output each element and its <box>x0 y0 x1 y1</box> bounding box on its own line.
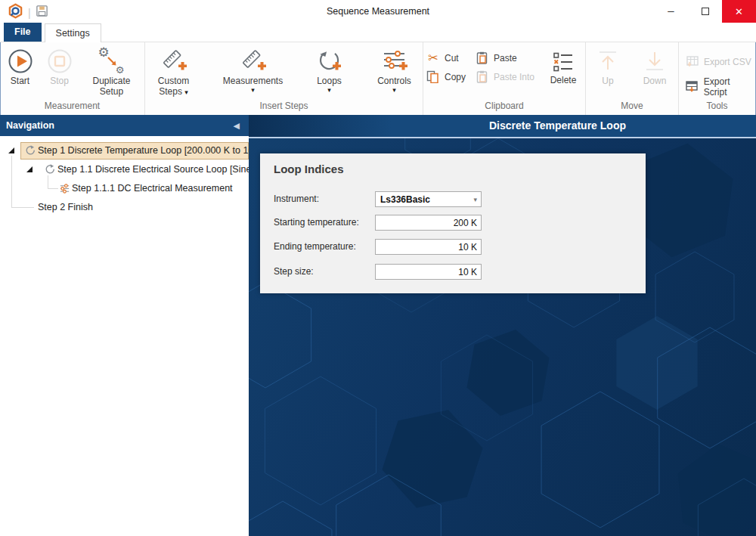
chevron-down-icon: ▾ <box>473 196 477 203</box>
controls-button[interactable]: Controls ▾ <box>370 46 420 94</box>
paste-into-label: Paste Into <box>494 72 534 82</box>
move-up-label: Up <box>602 76 613 87</box>
ribbon-group-move: Up Down Move <box>586 42 679 115</box>
tree-item-label: Step 1 Discrete Temperature Loop [200.00… <box>38 145 249 156</box>
expander-icon[interactable] <box>8 147 15 154</box>
step-size-input[interactable] <box>376 265 481 280</box>
export-csv-label: Export CSV <box>704 57 751 67</box>
starting-temperature-label: Starting temperature: <box>274 215 359 231</box>
tab-file[interactable]: File <box>4 23 42 42</box>
controls-label: Controls <box>377 76 411 87</box>
collapse-panel-icon[interactable]: ◀ <box>234 121 240 131</box>
arrow-down-icon <box>643 46 667 76</box>
sliders-plus-icon <box>382 46 407 76</box>
minimize-button[interactable]: – <box>654 0 688 23</box>
scissors-icon: ✂ <box>426 51 441 65</box>
export-csv-button: Export CSV <box>685 52 751 71</box>
duplicate-setup-button[interactable]: ⚙ ⚙ Duplicate Setup <box>82 46 141 98</box>
navigation-title: Navigation <box>6 120 54 131</box>
step-size-field-wrap <box>375 264 482 280</box>
measurement-step-icon <box>59 183 70 194</box>
starting-temperature-field-wrap <box>375 215 482 231</box>
loop-indices-card: Loop Indices Instrument: Ls336Basic ▾ St… <box>260 153 646 293</box>
paste-button[interactable]: Paste <box>475 48 534 67</box>
delete-icon <box>553 48 574 76</box>
loops-button[interactable]: Loops ▾ <box>308 46 352 94</box>
tree-row-step-1-1[interactable]: Step 1.1 Discrete Electrical Source Loop… <box>0 161 249 178</box>
app-window: | Sequence Measurement – ✕ File Settings <box>0 0 756 536</box>
maximize-button[interactable] <box>688 0 722 23</box>
tree-item-label: Step 1.1.1 DC Electrical Measurement <box>72 183 233 194</box>
tree-item-label: Step 2 Finish <box>38 202 93 212</box>
instrument-label: Instrument: <box>274 191 319 207</box>
tree-row-step-1[interactable]: Step 1 Discrete Temperature Loop [200.00… <box>0 142 249 160</box>
card-title: Loop Indices <box>274 163 344 175</box>
navigation-header: Navigation ◀ <box>0 115 249 136</box>
measurements-button[interactable]: Measurements ▾ <box>217 46 290 94</box>
start-button[interactable]: Start <box>4 46 37 87</box>
group-label-move: Move <box>586 100 678 115</box>
group-label-clipboard: Clipboard <box>423 100 585 115</box>
ribbon: Start Stop ⚙ ⚙ <box>0 42 756 115</box>
ribbon-group-tools: Export CSV Export Script Tools <box>679 42 755 115</box>
ribbon-group-clipboard: ✂ Cut Copy <box>423 42 586 115</box>
move-up-button: Up <box>591 46 624 87</box>
chevron-down-icon: ▾ <box>184 88 188 96</box>
ribbon-tab-strip: File Settings <box>0 23 756 42</box>
paste-into-icon <box>475 70 490 83</box>
navigation-panel: Navigation ◀ <box>0 115 249 536</box>
expander-icon[interactable] <box>26 166 33 173</box>
tree-row-step-2[interactable]: Step 2 Finish <box>0 199 249 216</box>
paste-into-button: Paste Into <box>475 67 534 86</box>
window-title: Sequence Measurement <box>0 0 756 23</box>
loop-step-icon <box>44 164 55 175</box>
tree-item-label: Step 1.1 Discrete Electrical Source Loop… <box>57 164 249 175</box>
custom-steps-button[interactable]: Custom Steps ▾ <box>149 46 199 98</box>
chevron-down-icon: ▾ <box>327 87 331 94</box>
arrow-icon <box>106 55 119 69</box>
close-button[interactable]: ✕ <box>722 0 756 23</box>
loops-label: Loops <box>317 76 342 87</box>
arrow-up-icon <box>596 46 620 76</box>
group-label-insert-steps: Insert Steps <box>145 100 423 115</box>
main-panel: Discrete Temperature Loop <box>249 115 756 536</box>
tab-settings[interactable]: Settings <box>45 23 101 42</box>
instrument-dropdown[interactable]: Ls336Basic ▾ <box>375 191 482 207</box>
maximize-icon <box>702 8 709 15</box>
export-script-button[interactable]: Export Script <box>685 77 755 96</box>
tree-row-step-1-1-1[interactable]: Step 1.1.1 DC Electrical Measurement <box>0 180 249 197</box>
move-down-button: Down <box>637 46 673 87</box>
ruler-plus-icon <box>240 46 266 76</box>
chevron-down-icon: ▾ <box>392 87 396 94</box>
export-csv-icon <box>685 56 700 67</box>
move-down-label: Down <box>643 76 667 87</box>
loop-plus-icon <box>317 46 342 76</box>
title-bar: | Sequence Measurement – ✕ <box>0 0 756 23</box>
loop-step-icon <box>24 145 36 156</box>
paste-icon <box>475 51 490 64</box>
export-script-icon <box>685 81 700 92</box>
ending-temperature-field-wrap <box>375 239 482 255</box>
cut-label: Cut <box>445 53 459 64</box>
export-script-label: Export Script <box>704 76 755 98</box>
measurements-label: Measurements <box>223 76 283 87</box>
ribbon-group-measurement: Start Stop ⚙ ⚙ <box>0 42 145 115</box>
navigation-tree: Step 1 Discrete Temperature Loop [200.00… <box>0 136 249 536</box>
chevron-down-icon: ▾ <box>251 87 255 94</box>
duplicate-setup-label: Duplicate Setup <box>82 76 141 98</box>
copy-icon <box>426 70 441 83</box>
duplicate-setup-icon: ⚙ ⚙ <box>98 46 125 76</box>
stop-icon <box>46 46 73 76</box>
group-label-measurement: Measurement <box>0 100 144 115</box>
page-title: Discrete Temperature Loop <box>359 115 756 136</box>
cut-button[interactable]: ✂ Cut <box>426 48 466 67</box>
copy-label: Copy <box>445 72 466 82</box>
starting-temperature-input[interactable] <box>376 216 481 231</box>
copy-button[interactable]: Copy <box>426 67 466 86</box>
main-panel-header: Discrete Temperature Loop <box>249 115 756 138</box>
ending-temperature-input[interactable] <box>376 240 481 255</box>
stop-button: Stop <box>43 46 76 87</box>
delete-button[interactable]: Delete <box>544 48 583 86</box>
start-label: Start <box>11 76 29 87</box>
stop-label: Stop <box>50 76 69 87</box>
